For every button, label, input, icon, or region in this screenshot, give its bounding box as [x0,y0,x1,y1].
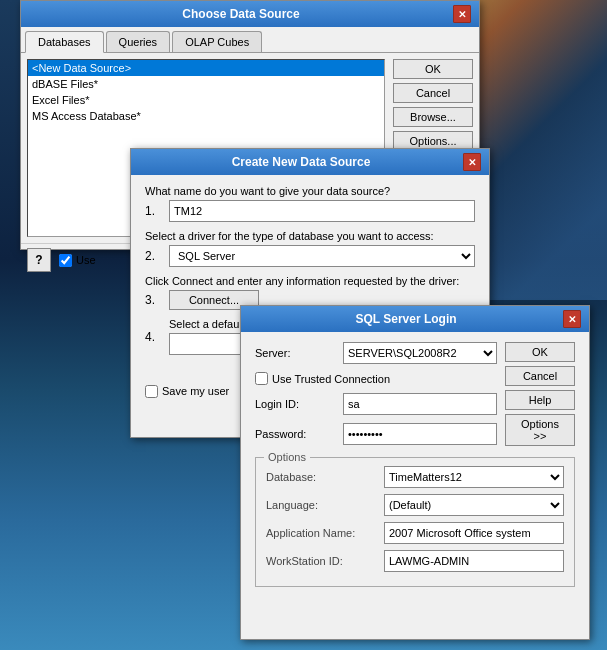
step2-label: Select a driver for the type of database… [145,230,475,242]
save-label: Save my user [162,385,229,397]
app-name-row: Application Name: [266,522,564,544]
use-checkbox[interactable] [59,254,72,267]
server-row: Server: SERVER\SQL2008R2 [255,342,497,364]
login-id-label: Login ID: [255,398,335,410]
step4-num: 4. [145,330,161,344]
app-name-label: Application Name: [266,527,376,539]
datasource-name-input[interactable] [169,200,475,222]
sql-login-titlebar: SQL Server Login ✕ [241,306,589,332]
language-select[interactable]: (Default) [384,494,564,516]
list-item[interactable]: Excel Files* [28,92,384,108]
password-input[interactable] [343,423,497,445]
step3-num: 3. [145,293,161,307]
ok-button[interactable]: OK [393,59,473,79]
sql-top-fields: Server: SERVER\SQL2008R2 Use Trusted Con… [255,342,497,453]
workstation-input[interactable] [384,550,564,572]
list-item[interactable]: <New Data Source> [28,60,384,76]
help-button[interactable]: ? [27,248,51,272]
step1-num: 1. [145,204,161,218]
language-row: Language: (Default) [266,494,564,516]
use-checkbox-label: Use [59,254,96,267]
sql-login-window: SQL Server Login ✕ Server: SERVER\SQL200… [240,305,590,640]
step2-content: SQL Server MySQL Oracle [169,245,475,267]
database-row: Database: TimeMatters12 [266,466,564,488]
choose-ds-titlebar: Choose Data Source ✕ [21,1,479,27]
choose-ds-close-button[interactable]: ✕ [453,5,471,23]
app-name-input[interactable] [384,522,564,544]
sql-login-body: Server: SERVER\SQL2008R2 Use Trusted Con… [241,332,589,597]
use-label: Use [76,254,96,266]
save-checkbox[interactable] [145,385,158,398]
tab-olap-cubes[interactable]: OLAP Cubes [172,31,262,52]
step2-row: 2. SQL Server MySQL Oracle [145,245,475,267]
sql-cancel-button[interactable]: Cancel [505,366,575,386]
sql-help-button[interactable]: Help [505,390,575,410]
driver-select[interactable]: SQL Server MySQL Oracle [169,245,475,267]
trusted-checkbox[interactable] [255,372,268,385]
tab-queries[interactable]: Queries [106,31,171,52]
server-label: Server: [255,347,335,359]
sql-login-title: SQL Server Login [249,312,563,326]
trusted-connection-row: Use Trusted Connection [255,372,497,385]
sql-ok-button[interactable]: OK [505,342,575,362]
server-select[interactable]: SERVER\SQL2008R2 [343,342,497,364]
step3-label: Click Connect and enter any information … [145,275,475,287]
sql-login-close-button[interactable]: ✕ [563,310,581,328]
cancel-button[interactable]: Cancel [393,83,473,103]
step2-num: 2. [145,249,161,263]
password-row: Password: [255,423,497,445]
tab-databases[interactable]: Databases [25,31,104,53]
step1-row: 1. [145,200,475,222]
save-checkbox-label: Save my user [145,385,229,398]
step1-content [169,200,475,222]
choose-ds-title: Choose Data Source [29,7,453,21]
list-item[interactable]: dBASE Files* [28,76,384,92]
create-ds-close-button[interactable]: ✕ [463,153,481,171]
workstation-row: WorkStation ID: [266,550,564,572]
password-label: Password: [255,428,335,440]
create-ds-title: Create New Data Source [139,155,463,169]
language-label: Language: [266,499,376,511]
database-select[interactable]: TimeMatters12 [384,466,564,488]
trusted-label: Use Trusted Connection [272,373,390,385]
options-group: Options Database: TimeMatters12 Language… [255,457,575,587]
database-label: Database: [266,471,376,483]
browse-button[interactable]: Browse... [393,107,473,127]
options-legend: Options [264,451,310,463]
sql-top-section: Server: SERVER\SQL2008R2 Use Trusted Con… [255,342,575,453]
create-ds-titlebar: Create New Data Source ✕ [131,149,489,175]
step1-label: What name do you want to give your data … [145,185,475,197]
login-id-row: Login ID: [255,393,497,415]
workstation-label: WorkStation ID: [266,555,376,567]
sql-btn-col: OK Cancel Help Options >> [505,342,575,453]
sql-options-button[interactable]: Options >> [505,414,575,446]
list-item[interactable]: MS Access Database* [28,108,384,124]
choose-ds-tab-bar: Databases Queries OLAP Cubes [21,27,479,53]
login-id-input[interactable] [343,393,497,415]
